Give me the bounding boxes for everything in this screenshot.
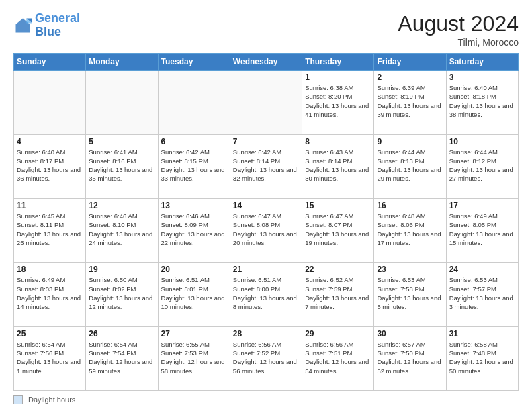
day-info: Sunrise: 6:45 AM Sunset: 8:11 PM Dayligh… [17, 212, 83, 247]
day-cell [14, 71, 86, 134]
day-info: Sunrise: 6:44 AM Sunset: 8:13 PM Dayligh… [377, 148, 443, 183]
day-number: 26 [89, 329, 154, 338]
logo: General Blue [13, 12, 80, 39]
month-year: August 2024 [398, 12, 519, 36]
calendar-table: SundayMondayTuesdayWednesdayThursdayFrid… [13, 53, 519, 391]
day-cell: 29Sunrise: 6:56 AM Sunset: 7:51 PM Dayli… [302, 326, 374, 390]
day-cell: 25Sunrise: 6:54 AM Sunset: 7:56 PM Dayli… [14, 326, 86, 390]
day-info: Sunrise: 6:39 AM Sunset: 8:19 PM Dayligh… [377, 83, 443, 119]
day-cell: 1Sunrise: 6:38 AM Sunset: 8:20 PM Daylig… [302, 71, 374, 134]
day-number: 22 [305, 265, 371, 274]
day-number: 1 [305, 73, 371, 82]
day-info: Sunrise: 6:49 AM Sunset: 8:03 PM Dayligh… [17, 275, 83, 311]
day-number: 28 [233, 329, 299, 338]
day-info: Sunrise: 6:47 AM Sunset: 8:08 PM Dayligh… [233, 212, 299, 247]
day-number: 13 [161, 201, 227, 210]
day-cell: 20Sunrise: 6:51 AM Sunset: 8:01 PM Dayli… [158, 263, 230, 326]
day-number: 3 [449, 73, 515, 82]
day-info: Sunrise: 6:44 AM Sunset: 8:12 PM Dayligh… [449, 148, 515, 183]
day-info: Sunrise: 6:42 AM Sunset: 8:15 PM Dayligh… [161, 148, 227, 183]
logo-text: General Blue [35, 12, 80, 39]
day-cell: 17Sunrise: 6:49 AM Sunset: 8:05 PM Dayli… [446, 198, 518, 262]
day-info: Sunrise: 6:54 AM Sunset: 7:54 PM Dayligh… [89, 340, 154, 375]
day-info: Sunrise: 6:51 AM Sunset: 8:01 PM Dayligh… [161, 275, 227, 311]
day-number: 5 [89, 137, 154, 146]
col-header-saturday: Saturday [446, 54, 518, 71]
day-cell [158, 71, 230, 134]
day-number: 31 [449, 329, 515, 338]
day-info: Sunrise: 6:46 AM Sunset: 8:10 PM Dayligh… [89, 212, 154, 247]
day-number: 30 [377, 329, 443, 338]
day-info: Sunrise: 6:41 AM Sunset: 8:16 PM Dayligh… [89, 148, 154, 183]
day-info: Sunrise: 6:50 AM Sunset: 8:02 PM Dayligh… [89, 275, 154, 311]
week-row-2: 4Sunrise: 6:40 AM Sunset: 8:17 PM Daylig… [14, 134, 519, 198]
page: General Blue August 2024 Tilmi, Morocco … [0, 0, 532, 411]
day-cell: 28Sunrise: 6:56 AM Sunset: 7:52 PM Dayli… [230, 326, 302, 390]
day-info: Sunrise: 6:42 AM Sunset: 8:14 PM Dayligh… [233, 148, 299, 183]
day-info: Sunrise: 6:56 AM Sunset: 7:51 PM Dayligh… [305, 340, 371, 375]
week-row-5: 25Sunrise: 6:54 AM Sunset: 7:56 PM Dayli… [14, 326, 519, 390]
day-number: 27 [161, 329, 227, 338]
day-cell: 6Sunrise: 6:42 AM Sunset: 8:15 PM Daylig… [158, 134, 230, 198]
col-header-thursday: Thursday [302, 54, 374, 71]
day-number: 7 [233, 137, 299, 146]
day-number: 25 [17, 329, 83, 338]
day-info: Sunrise: 6:43 AM Sunset: 8:14 PM Dayligh… [305, 148, 371, 183]
day-number: 15 [305, 201, 371, 210]
day-number: 18 [17, 265, 83, 274]
day-info: Sunrise: 6:38 AM Sunset: 8:20 PM Dayligh… [305, 83, 371, 119]
day-info: Sunrise: 6:40 AM Sunset: 8:18 PM Dayligh… [449, 83, 515, 119]
day-cell: 30Sunrise: 6:57 AM Sunset: 7:50 PM Dayli… [374, 326, 446, 390]
header: General Blue August 2024 Tilmi, Morocco [13, 12, 519, 48]
location: Tilmi, Morocco [398, 37, 519, 48]
day-cell: 31Sunrise: 6:58 AM Sunset: 7:48 PM Dayli… [446, 326, 518, 390]
day-cell: 11Sunrise: 6:45 AM Sunset: 8:11 PM Dayli… [14, 198, 86, 262]
day-number: 21 [233, 265, 299, 274]
day-number: 12 [89, 201, 154, 210]
day-info: Sunrise: 6:56 AM Sunset: 7:52 PM Dayligh… [233, 340, 299, 375]
day-number: 29 [305, 329, 371, 338]
day-cell: 24Sunrise: 6:53 AM Sunset: 7:57 PM Dayli… [446, 263, 518, 326]
day-info: Sunrise: 6:58 AM Sunset: 7:48 PM Dayligh… [449, 340, 515, 375]
day-cell: 23Sunrise: 6:53 AM Sunset: 7:58 PM Dayli… [374, 263, 446, 326]
col-header-sunday: Sunday [14, 54, 86, 71]
day-cell: 2Sunrise: 6:39 AM Sunset: 8:19 PM Daylig… [374, 71, 446, 134]
day-number: 19 [89, 265, 154, 274]
day-cell: 22Sunrise: 6:52 AM Sunset: 7:59 PM Dayli… [302, 263, 374, 326]
day-cell: 5Sunrise: 6:41 AM Sunset: 8:16 PM Daylig… [86, 134, 158, 198]
day-info: Sunrise: 6:57 AM Sunset: 7:50 PM Dayligh… [377, 340, 443, 375]
day-cell: 16Sunrise: 6:48 AM Sunset: 8:06 PM Dayli… [374, 198, 446, 262]
week-row-4: 18Sunrise: 6:49 AM Sunset: 8:03 PM Dayli… [14, 263, 519, 326]
day-info: Sunrise: 6:53 AM Sunset: 7:57 PM Dayligh… [449, 275, 515, 311]
day-number: 16 [377, 201, 443, 210]
day-info: Sunrise: 6:40 AM Sunset: 8:17 PM Dayligh… [17, 148, 83, 183]
calendar: SundayMondayTuesdayWednesdayThursdayFrid… [13, 53, 519, 391]
legend-box [13, 395, 23, 404]
day-info: Sunrise: 6:55 AM Sunset: 7:53 PM Dayligh… [161, 340, 227, 375]
day-number: 20 [161, 265, 227, 274]
day-number: 23 [377, 265, 443, 274]
day-cell: 18Sunrise: 6:49 AM Sunset: 8:03 PM Dayli… [14, 263, 86, 326]
col-header-wednesday: Wednesday [230, 54, 302, 71]
day-info: Sunrise: 6:47 AM Sunset: 8:07 PM Dayligh… [305, 212, 371, 247]
day-cell: 4Sunrise: 6:40 AM Sunset: 8:17 PM Daylig… [14, 134, 86, 198]
day-cell: 3Sunrise: 6:40 AM Sunset: 8:18 PM Daylig… [446, 71, 518, 134]
legend-label: Daylight hours [28, 396, 75, 404]
day-cell: 7Sunrise: 6:42 AM Sunset: 8:14 PM Daylig… [230, 134, 302, 198]
day-cell: 14Sunrise: 6:47 AM Sunset: 8:08 PM Dayli… [230, 198, 302, 262]
day-cell: 9Sunrise: 6:44 AM Sunset: 8:13 PM Daylig… [374, 134, 446, 198]
col-header-tuesday: Tuesday [158, 54, 230, 71]
col-header-friday: Friday [374, 54, 446, 71]
day-info: Sunrise: 6:54 AM Sunset: 7:56 PM Dayligh… [17, 340, 83, 375]
day-cell: 19Sunrise: 6:50 AM Sunset: 8:02 PM Dayli… [86, 263, 158, 326]
day-number: 17 [449, 201, 515, 210]
title-block: August 2024 Tilmi, Morocco [398, 12, 519, 48]
header-row: SundayMondayTuesdayWednesdayThursdayFrid… [14, 54, 519, 71]
day-cell: 8Sunrise: 6:43 AM Sunset: 8:14 PM Daylig… [302, 134, 374, 198]
day-cell: 13Sunrise: 6:46 AM Sunset: 8:09 PM Dayli… [158, 198, 230, 262]
day-number: 2 [377, 73, 443, 82]
day-number: 6 [161, 137, 227, 146]
day-number: 10 [449, 137, 515, 146]
day-cell [230, 71, 302, 134]
day-info: Sunrise: 6:49 AM Sunset: 8:05 PM Dayligh… [449, 212, 515, 247]
